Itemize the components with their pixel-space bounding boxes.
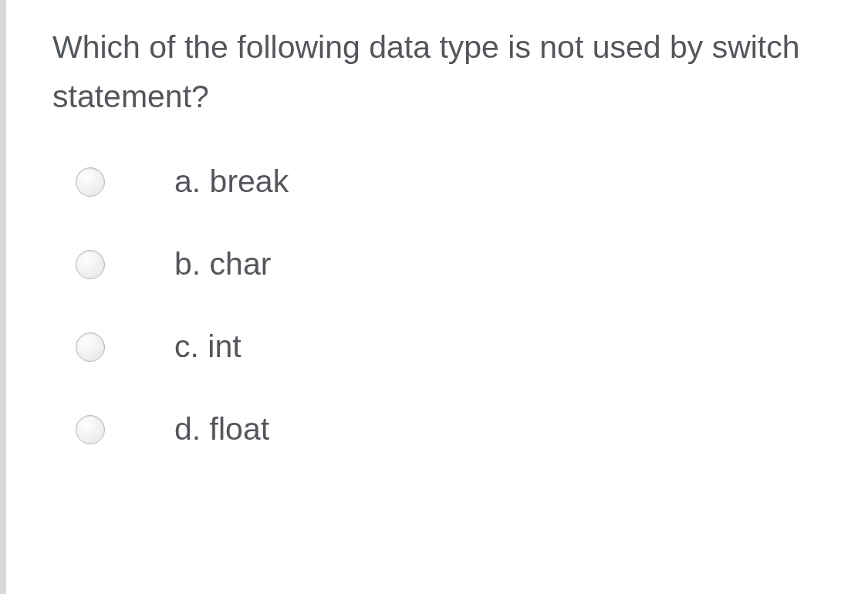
option-label: a. break [174, 164, 289, 200]
option-d[interactable]: d. float [76, 411, 837, 447]
option-a[interactable]: a. break [76, 164, 837, 200]
radio-icon[interactable] [76, 167, 105, 197]
question-text: Which of the following data type is not … [52, 23, 837, 121]
radio-icon[interactable] [76, 415, 105, 444]
question-block: Which of the following data type is not … [0, 0, 868, 594]
option-label: d. float [174, 411, 269, 447]
radio-icon[interactable] [76, 250, 105, 279]
options-list: a. break b. char c. int d. float [52, 164, 837, 447]
option-c[interactable]: c. int [76, 329, 837, 365]
option-label: c. int [174, 329, 241, 365]
option-b[interactable]: b. char [76, 246, 837, 282]
option-label: b. char [174, 246, 271, 282]
radio-icon[interactable] [76, 332, 105, 362]
